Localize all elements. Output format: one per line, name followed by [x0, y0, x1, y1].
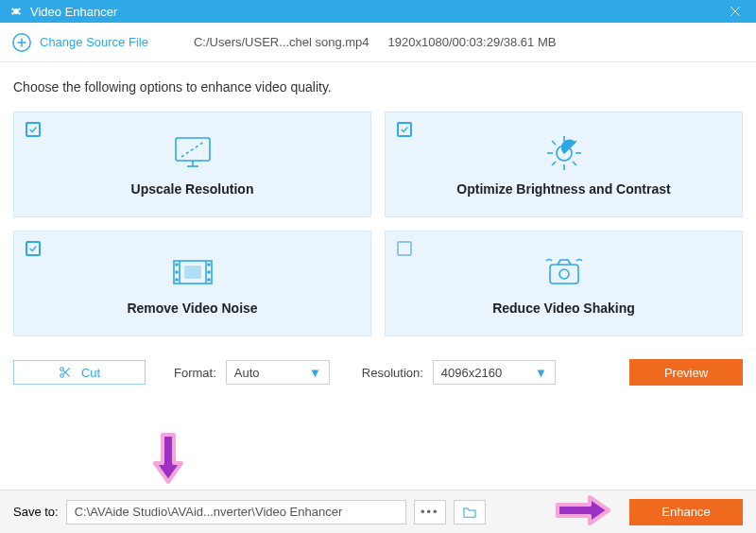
svg-point-3 — [11, 12, 13, 14]
preview-label: Preview — [664, 366, 708, 380]
resolution-label: Resolution: — [362, 366, 423, 380]
format-label: Format: — [174, 366, 216, 380]
instruction-text: Choose the following options to enhance … — [13, 79, 743, 95]
scissors-icon — [59, 366, 72, 379]
svg-line-20 — [573, 162, 576, 165]
svg-point-30 — [208, 264, 210, 266]
folder-icon — [462, 506, 477, 519]
resolution-select[interactable]: 4096x2160 ▼ — [433, 360, 556, 385]
option-remove-noise[interactable]: Remove Video Noise — [13, 231, 371, 336]
svg-point-36 — [60, 374, 64, 378]
save-path-value: C:\AVAide Studio\AVAid...nverter\Video E… — [75, 505, 343, 519]
checkbox-noise[interactable] — [26, 241, 41, 256]
checkbox-upscale[interactable] — [26, 122, 41, 137]
app-title: Video Enhancer — [30, 5, 117, 19]
plus-circle-icon — [11, 32, 32, 53]
enhance-label: Enhance — [662, 505, 710, 519]
svg-point-32 — [208, 279, 210, 281]
caret-down-icon: ▼ — [309, 366, 321, 380]
option-brightness-contrast[interactable]: Optimize Brightness and Contrast — [385, 112, 743, 217]
cut-button[interactable]: Cut — [13, 360, 146, 385]
format-value: Auto — [234, 366, 260, 380]
browse-button[interactable]: ••• — [414, 500, 446, 524]
svg-point-35 — [60, 368, 64, 371]
option-label: Upscale Resolution — [131, 181, 254, 197]
svg-line-22 — [552, 162, 556, 165]
svg-point-0 — [13, 9, 19, 14]
camera-shake-icon — [541, 251, 588, 293]
annotation-arrow-down — [149, 431, 187, 488]
source-path: C:/Users/USER...chel song.mp4 — [194, 35, 369, 49]
checkbox-shaking[interactable] — [397, 241, 412, 256]
close-icon — [728, 4, 743, 19]
svg-rect-26 — [185, 266, 200, 278]
svg-point-29 — [176, 279, 178, 281]
enhance-button[interactable]: Enhance — [629, 499, 743, 525]
app-logo-icon — [9, 5, 23, 18]
change-source-label: Change Source File — [40, 35, 148, 49]
svg-point-31 — [208, 271, 210, 273]
svg-point-28 — [176, 271, 178, 273]
option-label: Optimize Brightness and Contrast — [456, 181, 670, 197]
source-info: 1920x1080/00:03:29/38.61 MB — [388, 35, 557, 49]
save-path-field[interactable]: C:\AVAide Studio\AVAid...nverter\Video E… — [66, 500, 406, 524]
titlebar: Video Enhancer — [0, 0, 756, 23]
svg-line-19 — [552, 141, 556, 145]
close-button[interactable] — [724, 0, 747, 23]
svg-point-34 — [559, 269, 569, 279]
option-label: Remove Video Noise — [127, 301, 257, 316]
controls-row: Cut Format: Auto ▼ Resolution: 4096x2160… — [0, 346, 756, 386]
checkbox-brightness[interactable] — [397, 122, 412, 137]
svg-line-13 — [181, 142, 204, 157]
caret-down-icon: ▼ — [535, 366, 547, 380]
cut-label: Cut — [81, 366, 100, 380]
format-select[interactable]: Auto ▼ — [226, 360, 330, 385]
save-to-label: Save to: — [13, 505, 59, 519]
svg-point-27 — [176, 264, 178, 266]
svg-rect-33 — [550, 265, 578, 284]
source-file-row: Change Source File C:/Users/USER...chel … — [0, 23, 756, 62]
svg-point-4 — [18, 12, 20, 14]
film-noise-icon — [168, 251, 217, 293]
svg-point-2 — [18, 9, 20, 10]
option-upscale-resolution[interactable]: Upscale Resolution — [13, 112, 371, 217]
open-folder-button[interactable] — [454, 500, 486, 524]
preview-button[interactable]: Preview — [629, 359, 743, 386]
option-label: Reduce Video Shaking — [492, 301, 635, 316]
option-reduce-shaking[interactable]: Reduce Video Shaking — [385, 231, 743, 336]
resolution-value: 4096x2160 — [441, 366, 502, 380]
monitor-upscale-icon — [170, 132, 215, 174]
change-source-button[interactable]: Change Source File — [11, 32, 148, 53]
sun-brightness-icon — [541, 132, 587, 174]
svg-point-1 — [11, 9, 13, 10]
ellipsis-icon: ••• — [421, 505, 439, 519]
footer-bar: Save to: C:\AVAide Studio\AVAid...nverte… — [0, 490, 756, 533]
